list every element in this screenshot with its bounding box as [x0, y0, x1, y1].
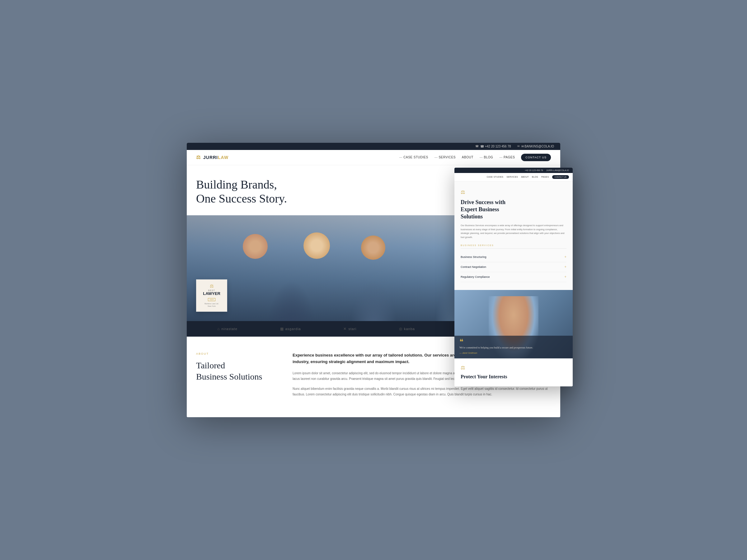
phone-text: ☎ +42 20 123 456 78 — [480, 145, 511, 148]
about-body-2: Nunc aliquet bibendum enim facilisis gra… — [292, 386, 551, 397]
second-nav-btn[interactable]: CONTACT US — [552, 175, 569, 179]
person-face-1 — [243, 234, 268, 259]
nav-contact-button[interactable]: CONTACT US — [521, 154, 551, 161]
badge-icon: ⚖ — [201, 284, 223, 288]
photo-section: ❝ We're committed to helping you build a… — [455, 290, 573, 358]
services-body: Our Business Services encompass a wide a… — [461, 224, 566, 240]
person-face-3 — [361, 236, 385, 260]
nav-pages[interactable]: PAGES — [499, 156, 515, 159]
protect-icon: ⚖ — [461, 365, 566, 371]
second-email: JURRI-LAW@COLA.IO — [546, 169, 569, 171]
email-info: ✉ ✉ BANKINS@COLA.IO — [517, 145, 554, 148]
logo-text: JURRILAW — [203, 155, 229, 160]
service-label-1: Business Structuring — [461, 256, 487, 259]
person-face-2 — [304, 232, 330, 259]
brand-icon-nirastate: ⌂ — [217, 327, 220, 331]
about-left: ABOUT Tailored Business Solutions — [196, 352, 277, 402]
brand-asgardia: ▦ ASGARDIA — [280, 327, 301, 331]
main-nav: ⚖ JURRILAW CASE STUDIES SERVICES ABOUT B… — [187, 150, 560, 165]
service-label-3: Regulatory Compliance — [461, 275, 490, 278]
services-section-label: BUSINESS SERVICES — [461, 244, 566, 248]
service-label-2: Contract Negotiation — [461, 265, 486, 268]
second-nav-services[interactable]: SERVICES — [507, 176, 518, 178]
phone-info: ☎ ☎ +42 20 123 456 78 — [475, 145, 511, 148]
phone-icon: ☎ — [475, 145, 479, 148]
quote-mark: ❝ — [459, 340, 568, 344]
top-bar: ☎ ☎ +42 20 123 456 78 ✉ ✉ BANKINS@COLA.I… — [187, 143, 560, 150]
brand-icon-stari: ✕ — [343, 327, 347, 331]
second-window: +42 20 123 456 78 JURRI-LAW@COLA.IO CASE… — [455, 168, 573, 386]
service-arrow-2: + — [564, 265, 566, 269]
second-phone: +42 20 123 456 78 — [525, 169, 543, 171]
second-topbar: +42 20 123 456 78 JURRI-LAW@COLA.IO — [455, 168, 573, 173]
second-nav-blog[interactable]: BLOG — [532, 176, 538, 178]
hero-title-area: Building Brands, One Success Story. — [196, 178, 451, 206]
badge-sub: Bankins Law Ltd.New York — [201, 302, 223, 308]
quote-text: We're committed to helping you build a s… — [459, 346, 568, 350]
about-title: Tailored Business Solutions — [196, 360, 277, 383]
logo-icon: ⚖ — [196, 154, 201, 160]
service-item-2[interactable]: Contract Negotiation + — [461, 262, 566, 272]
hero-title: Building Brands, One Success Story. — [196, 178, 451, 206]
quote-author: — Janet Smithson — [459, 352, 568, 354]
second-nav-case[interactable]: CASE STUDIES — [487, 176, 504, 178]
second-nav-pages[interactable]: PAGES — [541, 176, 549, 178]
service-item-1[interactable]: Business Structuring + — [461, 252, 566, 262]
second-nav-about[interactable]: ABOUT — [521, 176, 529, 178]
about-label: ABOUT — [196, 352, 277, 355]
email-icon: ✉ — [517, 145, 520, 148]
service-arrow-3: + — [564, 275, 566, 279]
brand-kanba: ◎ kanba — [399, 327, 415, 331]
logo[interactable]: ⚖ JURRILAW — [196, 154, 229, 160]
nav-blog[interactable]: BLOG — [480, 156, 493, 159]
services-section: ⚖ Drive Success with Expert Business Sol… — [455, 181, 573, 290]
brand-icon-kanba: ◎ — [399, 327, 403, 331]
email-text: ✉ BANKINS@COLA.IO — [521, 145, 554, 148]
service-arrow-1: + — [564, 255, 566, 260]
brand-icon-asgardia: ▦ — [280, 327, 284, 331]
nav-services[interactable]: SERVICES — [435, 156, 456, 159]
badge-year: 2024 — [208, 298, 215, 301]
brand-stari: ✕ stari — [343, 327, 356, 331]
protect-title: Protect Your Interests — [461, 374, 566, 380]
nav-case-studies[interactable]: CASE STUDIES — [399, 156, 428, 159]
service-item-3[interactable]: Regulatory Compliance + — [461, 272, 566, 282]
second-nav: CASE STUDIES SERVICES ABOUT BLOG PAGES C… — [455, 173, 573, 181]
quote-overlay: ❝ We're committed to helping you build a… — [455, 336, 573, 358]
services-title: Drive Success with Expert Business Solut… — [461, 199, 566, 220]
protect-section: ⚖ Protect Your Interests — [455, 358, 573, 386]
services-icon: ⚖ — [461, 189, 566, 195]
badge-title: LAWYER — [201, 292, 223, 296]
nav-links: CASE STUDIES SERVICES ABOUT BLOG PAGES C… — [399, 154, 551, 161]
best-lawyer-badge: ⚖ BEST LAWYER 2024 Bankins Law Ltd.New Y… — [196, 279, 227, 312]
brand-nirastate: ⌂ nirastate — [217, 327, 237, 331]
nav-about[interactable]: ABOUT — [462, 156, 473, 159]
